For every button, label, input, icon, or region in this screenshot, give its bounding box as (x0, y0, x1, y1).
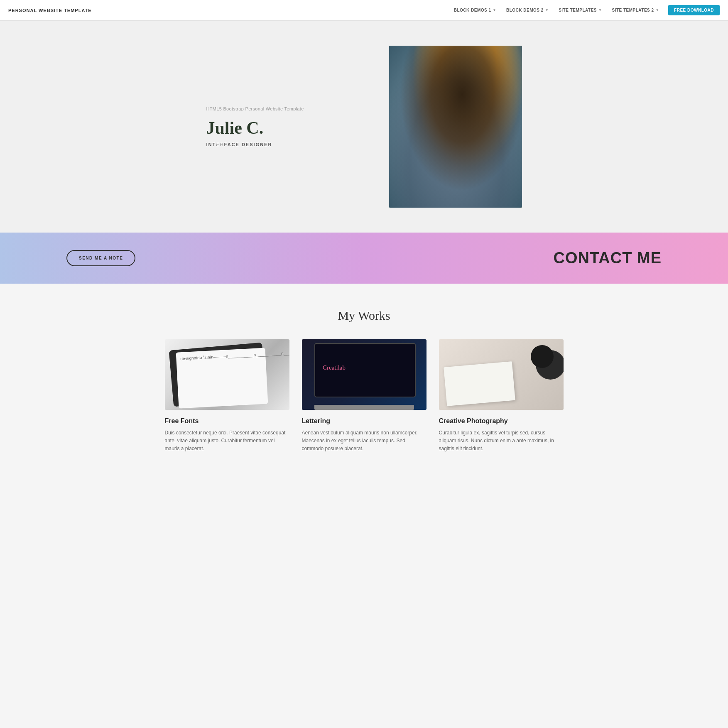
works-section-title: My Works (33, 309, 695, 323)
site-brand: PERSONAL WEBSITE TEMPLATE (8, 8, 92, 13)
chevron-down-icon: ▼ (598, 8, 602, 12)
work-title-2: Lettering (302, 417, 427, 425)
chevron-down-icon: ▼ (656, 8, 659, 12)
work-image-free-fonts (165, 339, 289, 410)
work-desc-1: Duis consectetur neque orci. Praesent vi… (165, 429, 289, 453)
chevron-down-icon: ▼ (493, 8, 496, 12)
nav-site-templates-2[interactable]: SITE TEMPLATES 2 ▼ (608, 5, 663, 15)
svg-text:Creatilab: Creatilab (323, 364, 346, 371)
hero-subtitle: HTML5 Bootstrap Personal Website Templat… (206, 106, 364, 111)
nav-block-demos-1[interactable]: BLOCK DEMOS 1 ▼ (450, 5, 500, 15)
send-note-button[interactable]: SEND ME A NOTE (66, 250, 135, 266)
hero-role: INTERFACE DESIGNER (206, 142, 364, 147)
lettering-svg: Creatilab (321, 357, 362, 378)
work-title-1: Free Fonts (165, 417, 289, 425)
work-image-photography (439, 339, 564, 410)
chevron-down-icon: ▼ (545, 8, 549, 12)
hero-text: HTML5 Bootstrap Personal Website Templat… (206, 106, 364, 147)
free-download-button[interactable]: FREE DOWNLOAD (668, 5, 720, 15)
nav-links: BLOCK DEMOS 1 ▼ BLOCK DEMOS 2 ▼ SITE TEM… (450, 5, 720, 15)
work-desc-2: Aenean vestibulum aliquam mauris non ull… (302, 429, 427, 453)
hero-image-wrapper (389, 46, 522, 208)
navbar: PERSONAL WEBSITE TEMPLATE BLOCK DEMOS 1 … (0, 0, 728, 21)
nav-block-demos-2[interactable]: BLOCK DEMOS 2 ▼ (502, 5, 553, 15)
contact-title: CONTACT ME (554, 249, 662, 267)
contact-banner: SEND ME A NOTE CONTACT ME (0, 233, 728, 284)
hero-name: Julie C. (206, 118, 364, 138)
hero-image (389, 46, 522, 208)
nav-site-templates[interactable]: SITE TEMPLATES ▼ (554, 5, 606, 15)
work-card-3: Creative Photography Curabitur ligula ex… (439, 339, 564, 453)
work-image-lettering: Creatilab (302, 339, 427, 410)
works-grid: Free Fonts Duis consectetur neque orci. … (33, 339, 695, 453)
work-desc-3: Curabitur ligula ex, sagittis vel turpis… (439, 429, 564, 453)
hero-section: HTML5 Bootstrap Personal Website Templat… (0, 21, 728, 233)
works-section: My Works Free Fonts Duis consectetur neq… (0, 284, 728, 486)
work-title-3: Creative Photography (439, 417, 564, 425)
work-card-2: Creatilab Lettering Aenean vestibulum al… (302, 339, 427, 453)
work-card-1: Free Fonts Duis consectetur neque orci. … (165, 339, 289, 453)
